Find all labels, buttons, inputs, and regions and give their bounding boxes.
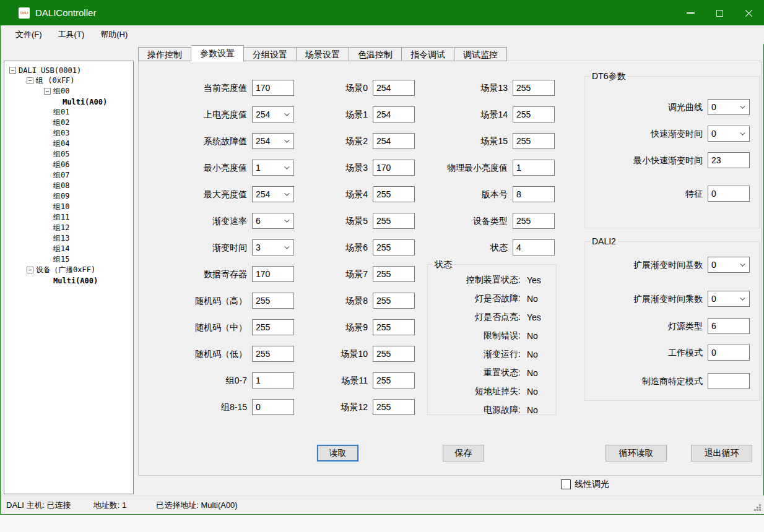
minimize-button[interactable] bbox=[676, 1, 705, 25]
tree-node-group11[interactable]: 组11 bbox=[4, 212, 133, 223]
collapse-minus-icon[interactable] bbox=[27, 267, 33, 273]
tab-parameter-settings[interactable]: 参数设置 bbox=[191, 45, 244, 62]
combo-value: 0 bbox=[711, 260, 716, 270]
version-input[interactable] bbox=[513, 186, 555, 202]
tab-grouping-settings[interactable]: 分组设置 bbox=[244, 47, 297, 61]
scene-10-input[interactable] bbox=[373, 346, 415, 362]
system-failure-level-combo[interactable]: 254 bbox=[252, 133, 294, 149]
scene-11-input[interactable] bbox=[373, 372, 415, 388]
groupbox-title: DT6参数 bbox=[590, 71, 627, 82]
tree-node-group05[interactable]: 组05 bbox=[4, 149, 133, 160]
data-register-input[interactable] bbox=[252, 266, 294, 282]
scene-14-input[interactable] bbox=[513, 106, 555, 122]
checkbox-unchecked-icon[interactable] bbox=[561, 479, 571, 489]
ext-fade-time-multiplier-combo[interactable]: 0 bbox=[708, 291, 750, 307]
field-label: 调光曲线 bbox=[589, 99, 703, 115]
exit-loop-button[interactable]: 退出循环 bbox=[691, 445, 752, 461]
field-label: 随机码（高） bbox=[139, 293, 247, 309]
field-label: 场景10 bbox=[293, 346, 368, 362]
resize-grip-icon[interactable] bbox=[754, 504, 762, 512]
group-0-7-input[interactable] bbox=[252, 372, 294, 388]
features-input[interactable] bbox=[708, 186, 750, 202]
tree-node-group08[interactable]: 组08 bbox=[4, 181, 133, 191]
tree-node-device-broadcast[interactable]: 设备（广播0xFF) bbox=[4, 265, 133, 275]
scene-12-input[interactable] bbox=[373, 399, 415, 415]
ext-fade-time-base-combo[interactable]: 0 bbox=[708, 257, 750, 273]
scene-15-input[interactable] bbox=[513, 133, 555, 149]
tree-node-group04[interactable]: 组04 bbox=[4, 139, 133, 149]
tree-node-group-broadcast[interactable]: 组 (0xFF) bbox=[4, 75, 133, 86]
save-button[interactable]: 保存 bbox=[443, 445, 484, 461]
tree-node-dali-usb[interactable]: DALI USB(0001) bbox=[4, 65, 133, 75]
status-value: Yes bbox=[527, 312, 541, 322]
groupbox-title: DALI2 bbox=[590, 236, 618, 246]
tree-node-group09[interactable]: 组09 bbox=[4, 191, 133, 202]
physical-min-level-input[interactable] bbox=[513, 160, 555, 176]
fade-rate-combo[interactable]: 6 bbox=[252, 213, 294, 229]
light-source-type-input[interactable] bbox=[708, 318, 750, 334]
menu-file[interactable]: 文件(F) bbox=[7, 27, 50, 43]
field-label: 随机码（低） bbox=[139, 346, 247, 362]
field-label: 渐变时间 bbox=[139, 239, 247, 255]
fast-fade-time-combo[interactable]: 0 bbox=[708, 126, 750, 142]
tab-color-temp-control[interactable]: 色温控制 bbox=[349, 47, 402, 61]
scene-7-input[interactable] bbox=[373, 266, 415, 282]
status-value: No bbox=[527, 405, 538, 415]
dimming-curve-combo[interactable]: 0 bbox=[708, 99, 750, 115]
operating-mode-input[interactable] bbox=[708, 345, 750, 361]
maximize-button[interactable] bbox=[705, 1, 734, 25]
tree-node-group01[interactable]: 组01 bbox=[4, 107, 133, 118]
field-label: 最小快速渐变时间 bbox=[589, 152, 703, 168]
collapse-minus-icon[interactable] bbox=[44, 88, 51, 95]
tree-node-group12[interactable]: 组12 bbox=[4, 223, 133, 233]
tab-debug-monitor[interactable]: 调试监控 bbox=[454, 47, 507, 61]
min-fast-fade-time-input[interactable] bbox=[708, 152, 750, 168]
read-button[interactable]: 读取 bbox=[317, 445, 358, 461]
tree-node-label: 组04 bbox=[53, 139, 69, 149]
tree-node-group00[interactable]: 组00 bbox=[4, 86, 133, 97]
max-level-combo[interactable]: 254 bbox=[252, 186, 294, 202]
tree-node-group03[interactable]: 组03 bbox=[4, 128, 133, 139]
app-icon: DALI bbox=[19, 7, 30, 19]
scene-9-input[interactable] bbox=[373, 319, 415, 335]
scene-13-input[interactable] bbox=[513, 80, 555, 96]
manufacturer-mode-input[interactable] bbox=[708, 373, 750, 389]
tree-node-multi-a00[interactable]: Multi(A00) bbox=[4, 97, 133, 107]
field-label: 场景12 bbox=[293, 399, 368, 415]
status-label: 重置状态: bbox=[428, 367, 521, 379]
current-level-input[interactable] bbox=[252, 80, 294, 96]
field-label: 随机码（中） bbox=[139, 319, 247, 335]
loop-read-button[interactable]: 循环读取 bbox=[606, 445, 667, 461]
tab-command-debug[interactable]: 指令调试 bbox=[402, 47, 454, 61]
random-code-mid-input[interactable] bbox=[252, 319, 294, 335]
tree-node-group14[interactable]: 组14 bbox=[4, 244, 133, 254]
linear-dimming-checkbox[interactable]: 线性调光 bbox=[561, 479, 609, 490]
tab-operation-control[interactable]: 操作控制 bbox=[138, 47, 191, 61]
tree-node-group06[interactable]: 组06 bbox=[4, 160, 133, 170]
min-level-combo[interactable]: 1 bbox=[252, 160, 294, 176]
status-input[interactable] bbox=[513, 239, 555, 255]
random-code-high-input[interactable] bbox=[252, 293, 294, 309]
tree-node-multi-a00-2[interactable]: Multi(A00) bbox=[4, 275, 133, 286]
collapse-minus-icon[interactable] bbox=[27, 77, 33, 84]
close-button[interactable] bbox=[734, 1, 763, 25]
tree-node-group13[interactable]: 组13 bbox=[4, 233, 133, 244]
power-on-level-combo[interactable]: 254 bbox=[252, 106, 294, 122]
tree-node-group10[interactable]: 组10 bbox=[4, 202, 133, 212]
group-8-15-input[interactable] bbox=[252, 399, 294, 415]
random-code-low-input[interactable] bbox=[252, 346, 294, 362]
collapse-minus-icon[interactable] bbox=[9, 67, 16, 74]
fade-time-combo[interactable]: 3 bbox=[252, 239, 294, 255]
menu-tools[interactable]: 工具(T) bbox=[50, 27, 93, 43]
tree-node-group15[interactable]: 组15 bbox=[4, 254, 133, 265]
chevron-down-icon bbox=[284, 244, 289, 249]
tree-node-group02[interactable]: 组02 bbox=[4, 118, 133, 128]
device-type-input[interactable] bbox=[513, 213, 555, 229]
field-label: 扩展渐变时间基数 bbox=[589, 257, 703, 273]
tree-node-group07[interactable]: 组07 bbox=[4, 170, 133, 181]
scene-8-input[interactable] bbox=[373, 293, 415, 309]
status-groupbox: 状态 控制装置状态:Yes 灯是否故障:No 灯是否点亮:Yes 限制错误:No… bbox=[427, 264, 557, 415]
menu-help[interactable]: 帮助(H) bbox=[92, 27, 136, 43]
tab-scene-settings[interactable]: 场景设置 bbox=[297, 47, 349, 61]
tree-node-label: 组 (0xFF) bbox=[36, 75, 75, 86]
